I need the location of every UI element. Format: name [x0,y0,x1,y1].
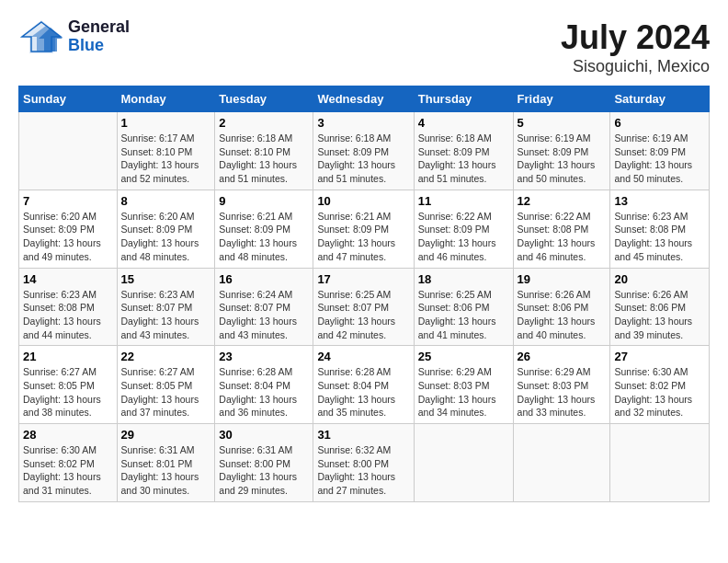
week-row-0: 1Sunrise: 6:17 AMSunset: 8:10 PMDaylight… [19,112,710,190]
logo-general: General [68,18,130,37]
day-number: 11 [418,194,509,208]
day-number: 15 [121,272,211,286]
day-cell: 4Sunrise: 6:18 AMSunset: 8:09 PMDaylight… [414,112,513,190]
day-cell: 28Sunrise: 6:30 AMSunset: 8:02 PMDayligh… [19,424,118,502]
day-number: 17 [317,272,409,286]
week-row-2: 14Sunrise: 6:23 AMSunset: 8:08 PMDayligh… [19,268,710,346]
day-detail: Sunrise: 6:23 AMSunset: 8:07 PMDaylight:… [121,288,211,342]
calendar-table: Sunday Monday Tuesday Wednesday Thursday… [18,86,710,502]
day-number: 2 [219,116,309,130]
day-number: 27 [614,350,705,363]
day-cell: 15Sunrise: 6:23 AMSunset: 8:07 PMDayligh… [117,268,215,346]
day-detail: Sunrise: 6:31 AMSunset: 8:00 PMDaylight:… [219,443,309,498]
header-friday: Friday [513,86,610,112]
day-cell [513,424,610,502]
day-cell [414,424,513,502]
day-number: 1 [121,116,211,130]
day-number: 18 [418,272,509,286]
day-cell: 18Sunrise: 6:25 AMSunset: 8:06 PMDayligh… [414,268,513,346]
day-number: 26 [518,350,607,363]
day-number: 9 [219,194,309,208]
day-cell: 13Sunrise: 6:23 AMSunset: 8:08 PMDayligh… [610,190,710,268]
day-cell: 10Sunrise: 6:21 AMSunset: 8:09 PMDayligh… [313,190,414,268]
day-detail: Sunrise: 6:31 AMSunset: 8:01 PMDaylight:… [121,443,211,498]
day-number: 5 [518,116,607,130]
day-detail: Sunrise: 6:21 AMSunset: 8:09 PMDaylight:… [317,210,409,264]
day-cell: 12Sunrise: 6:22 AMSunset: 8:08 PMDayligh… [513,190,610,268]
day-detail: Sunrise: 6:23 AMSunset: 8:08 PMDaylight:… [23,288,113,342]
week-row-3: 21Sunrise: 6:27 AMSunset: 8:05 PMDayligh… [19,346,710,424]
day-number: 14 [23,272,113,286]
day-cell [19,112,118,190]
day-number: 8 [121,194,211,208]
logo: General Blue [18,18,130,55]
day-detail: Sunrise: 6:29 AMSunset: 8:03 PMDaylight:… [518,365,607,419]
day-number: 24 [317,350,409,363]
day-number: 28 [23,428,113,442]
day-cell: 3Sunrise: 6:18 AMSunset: 8:09 PMDaylight… [313,112,414,190]
header-tuesday: Tuesday [215,86,313,112]
day-detail: Sunrise: 6:27 AMSunset: 8:05 PMDaylight:… [121,365,211,419]
day-cell: 22Sunrise: 6:27 AMSunset: 8:05 PMDayligh… [117,346,215,424]
day-number: 4 [418,116,509,130]
day-number: 3 [317,116,409,130]
day-cell: 23Sunrise: 6:28 AMSunset: 8:04 PMDayligh… [215,346,313,424]
day-number: 21 [23,350,113,363]
day-number: 16 [219,272,309,286]
day-cell: 9Sunrise: 6:21 AMSunset: 8:09 PMDaylight… [215,190,313,268]
day-number: 20 [614,272,705,286]
day-detail: Sunrise: 6:22 AMSunset: 8:08 PMDaylight:… [518,210,607,264]
day-cell: 14Sunrise: 6:23 AMSunset: 8:08 PMDayligh… [19,268,118,346]
calendar-subtitle: Sisoguichi, Mexico [561,57,710,76]
day-cell: 26Sunrise: 6:29 AMSunset: 8:03 PMDayligh… [513,346,610,424]
day-detail: Sunrise: 6:23 AMSunset: 8:08 PMDaylight:… [614,210,705,264]
day-number: 25 [418,350,509,363]
header-monday: Monday [117,86,215,112]
day-cell: 7Sunrise: 6:20 AMSunset: 8:09 PMDaylight… [19,190,118,268]
day-number: 22 [121,350,211,363]
day-detail: Sunrise: 6:28 AMSunset: 8:04 PMDaylight:… [317,365,409,419]
calendar-title: July 2024 [561,18,710,57]
day-number: 29 [121,428,211,442]
day-number: 12 [518,194,607,208]
day-cell: 25Sunrise: 6:29 AMSunset: 8:03 PMDayligh… [414,346,513,424]
day-detail: Sunrise: 6:26 AMSunset: 8:06 PMDaylight:… [614,288,705,342]
day-cell: 30Sunrise: 6:31 AMSunset: 8:00 PMDayligh… [215,424,313,502]
day-detail: Sunrise: 6:24 AMSunset: 8:07 PMDaylight:… [219,288,309,342]
logo-icon [18,18,64,55]
day-number: 6 [614,116,705,130]
header-wednesday: Wednesday [313,86,414,112]
day-cell: 16Sunrise: 6:24 AMSunset: 8:07 PMDayligh… [215,268,313,346]
page-header: General Blue July 2024 Sisoguichi, Mexic… [18,18,710,76]
day-detail: Sunrise: 6:25 AMSunset: 8:06 PMDaylight:… [418,288,509,342]
day-cell: 8Sunrise: 6:20 AMSunset: 8:09 PMDaylight… [117,190,215,268]
day-detail: Sunrise: 6:30 AMSunset: 8:02 PMDaylight:… [614,365,705,419]
day-detail: Sunrise: 6:19 AMSunset: 8:09 PMDaylight:… [518,132,607,186]
day-cell: 2Sunrise: 6:18 AMSunset: 8:10 PMDaylight… [215,112,313,190]
day-cell: 1Sunrise: 6:17 AMSunset: 8:10 PMDaylight… [117,112,215,190]
day-detail: Sunrise: 6:20 AMSunset: 8:09 PMDaylight:… [23,210,113,264]
day-cell: 20Sunrise: 6:26 AMSunset: 8:06 PMDayligh… [610,268,710,346]
week-row-4: 28Sunrise: 6:30 AMSunset: 8:02 PMDayligh… [19,424,710,502]
day-cell: 31Sunrise: 6:32 AMSunset: 8:00 PMDayligh… [313,424,414,502]
header-saturday: Saturday [610,86,710,112]
logo-blue: Blue [68,37,130,55]
day-detail: Sunrise: 6:30 AMSunset: 8:02 PMDaylight:… [23,443,113,498]
title-block: July 2024 Sisoguichi, Mexico [561,18,710,76]
day-detail: Sunrise: 6:28 AMSunset: 8:04 PMDaylight:… [219,365,309,419]
header-thursday: Thursday [414,86,513,112]
day-detail: Sunrise: 6:21 AMSunset: 8:09 PMDaylight:… [219,210,309,264]
day-cell: 19Sunrise: 6:26 AMSunset: 8:06 PMDayligh… [513,268,610,346]
day-number: 13 [614,194,705,208]
day-detail: Sunrise: 6:18 AMSunset: 8:09 PMDaylight:… [418,132,509,186]
day-detail: Sunrise: 6:29 AMSunset: 8:03 PMDaylight:… [418,365,509,419]
logo-text: General Blue [68,18,130,55]
day-detail: Sunrise: 6:22 AMSunset: 8:09 PMDaylight:… [418,210,509,264]
day-cell: 6Sunrise: 6:19 AMSunset: 8:09 PMDaylight… [610,112,710,190]
header-row: Sunday Monday Tuesday Wednesday Thursday… [19,86,710,112]
header-sunday: Sunday [19,86,118,112]
day-cell: 24Sunrise: 6:28 AMSunset: 8:04 PMDayligh… [313,346,414,424]
day-detail: Sunrise: 6:17 AMSunset: 8:10 PMDaylight:… [121,132,211,186]
day-number: 23 [219,350,309,363]
day-detail: Sunrise: 6:26 AMSunset: 8:06 PMDaylight:… [518,288,607,342]
